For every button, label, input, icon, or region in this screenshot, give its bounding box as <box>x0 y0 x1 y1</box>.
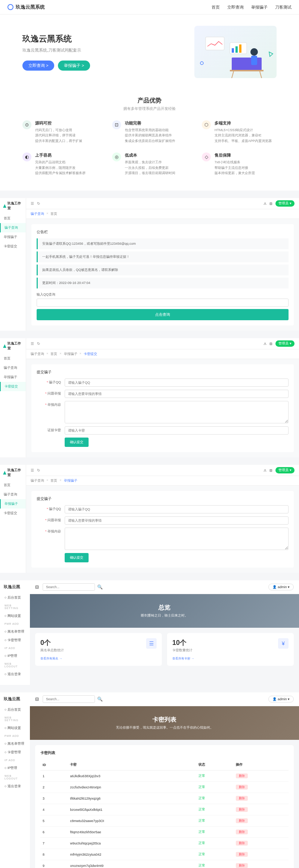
form-input[interactable] <box>65 379 289 387</box>
breadcrumb-item[interactable]: 骗子查询 <box>31 352 44 356</box>
alert-icon[interactable]: ⚠ <box>263 202 266 206</box>
report-button[interactable]: 举报骗子 > <box>58 61 90 71</box>
admin-query-section: 玖逸工作室 首页骗子查询举报骗子卡密提交 ☰↻ ⚠ ⊟ 管理员 ▾ 骗子查询×首… <box>0 198 299 331</box>
search-input[interactable] <box>43 583 95 591</box>
delete-button[interactable]: 删除 <box>236 818 248 823</box>
feature-item: ⊙源码可控代码无后门，可放心使用源代码注释详细，便于阅读提供丰富的配置入口，易于… <box>22 120 97 143</box>
sidebar-item[interactable]: ○ 黑名单管理 <box>0 739 30 748</box>
submit-button[interactable]: 确认提交 <box>65 553 89 562</box>
sidebar-item[interactable]: ○ 卡密管理 <box>0 636 30 645</box>
table-row: 5c8mwtu32sawe7yp3OI正常删除 <box>40 815 289 827</box>
form-textarea[interactable] <box>65 401 289 423</box>
card-list-section: 玖逸云黑 ○ 后台首页WEB SETTING○ 网站设置PMR ADD○ 黑名单… <box>0 692 299 868</box>
stat-icon: ¥ <box>278 638 289 649</box>
sidebar-item[interactable]: 举报骗子 <box>0 373 26 382</box>
query-button[interactable]: 立即查询 > <box>22 61 54 71</box>
query-submit-button[interactable]: 点击查询 <box>37 309 289 320</box>
table-row: 2zccfu0vdwxz46nxtpn正常删除 <box>40 782 289 793</box>
notification-icon[interactable]: ⊟ <box>269 202 272 206</box>
breadcrumb-item[interactable]: 骗子查询 <box>31 478 44 483</box>
feature-icon: ⊡ <box>112 120 121 129</box>
breadcrumb-item[interactable]: 骗子查询 <box>31 211 44 216</box>
sidebar-item[interactable]: ○ 后台首页 <box>0 705 30 714</box>
delete-button[interactable]: 删除 <box>236 841 248 846</box>
delete-button[interactable]: 删除 <box>236 807 248 812</box>
sidebar-item[interactable]: 卡密提交 <box>0 242 26 251</box>
stat-link[interactable]: 查看所有卡密 → <box>172 657 289 661</box>
form-input[interactable] <box>65 390 289 398</box>
nav-link[interactable]: 刀客测试 <box>275 4 292 10</box>
sidebar-item[interactable]: ○ IP管理 <box>0 764 30 772</box>
feature-icon: ⊙ <box>22 120 31 129</box>
sidebar-item[interactable]: 举报骗子 <box>0 232 26 242</box>
sidebar-item[interactable]: ○ 退出登录 <box>0 670 30 679</box>
sidebar-item[interactable]: 首页 <box>0 214 26 223</box>
sidebar-item[interactable]: ○ 网站设置 <box>0 724 30 732</box>
nav-link[interactable]: 举报骗子 <box>251 4 268 10</box>
refresh-icon[interactable]: ↻ <box>37 201 40 206</box>
notice-item: 更新时间：2022-09-16 20:47:04 <box>37 278 289 288</box>
breadcrumb-item[interactable]: 首页 <box>50 211 57 216</box>
breadcrumb-item[interactable]: 首页 <box>50 352 57 356</box>
svg-rect-2 <box>232 48 234 53</box>
sidebar-item[interactable]: 骗子查询 <box>0 223 26 232</box>
admin-logo: 玖逸工作室 <box>0 198 26 214</box>
sidebar-item[interactable]: 首页 <box>0 481 26 490</box>
stat-link[interactable]: 查看所有黑名 → <box>40 657 157 661</box>
refresh-icon[interactable]: ↻ <box>37 342 40 346</box>
sidebar-item[interactable]: ○ 网站设置 <box>0 612 30 620</box>
form-input[interactable] <box>65 505 289 513</box>
form-textarea[interactable] <box>65 528 289 550</box>
delete-button[interactable]: 删除 <box>236 773 248 778</box>
qq-query-input[interactable] <box>37 299 289 307</box>
user-badge[interactable]: 管理员 ▾ <box>275 200 295 207</box>
landing-section: 玖逸云黑系统 首页立即查询举报骗子刀客测试 玖逸云黑系统 玖逸云黑系统,刀客测试… <box>0 0 299 191</box>
sidebar-item[interactable]: 卡密提交 <box>0 509 26 518</box>
delete-button[interactable]: 删除 <box>236 863 248 868</box>
svg-point-9 <box>250 48 258 56</box>
search-button[interactable]: 🔍 <box>97 584 103 590</box>
sidebar-item[interactable]: ○ 卡密管理 <box>0 748 30 757</box>
submit-button[interactable]: 确认提交 <box>65 438 89 447</box>
form-input[interactable] <box>65 516 289 525</box>
menu-toggle-icon[interactable]: ☰ <box>31 342 34 346</box>
sidebar-item[interactable]: 卡密提交 <box>0 382 26 391</box>
delete-button[interactable]: 删除 <box>236 830 248 834</box>
hero-subtitle: 玖逸云黑系统,刀客测试同配套示 <box>22 47 194 53</box>
sidebar-item[interactable]: 首页 <box>0 354 26 363</box>
feature-icon: ⬡ <box>202 120 211 129</box>
delete-button[interactable]: 删除 <box>236 852 248 857</box>
sidebar-item[interactable]: 举报骗子 <box>0 499 26 509</box>
hero-illustration <box>194 26 277 78</box>
breadcrumb-item[interactable]: 举报骗子 <box>64 478 77 483</box>
sidebar-item[interactable]: ○ IP管理 <box>0 652 30 660</box>
nav-link[interactable]: 首页 <box>212 4 220 10</box>
features-subtitle: 拥有多年管理系统产品开发经验 <box>22 106 277 111</box>
breadcrumb-item[interactable]: 卡密提交 <box>84 352 97 356</box>
card-title: 公告栏 <box>37 229 289 235</box>
delete-button[interactable]: 删除 <box>236 785 248 790</box>
sidebar-item[interactable]: ○ 黑名单管理 <box>0 627 30 636</box>
sidebar-item[interactable]: ○ 后台首页 <box>0 593 30 602</box>
form-input[interactable] <box>65 426 289 435</box>
breadcrumb-item[interactable]: 首页 <box>50 478 57 483</box>
card-table: ID卡密状态操作 1a6Jkdku638Xjq1bv3正常删除2zccfu0vd… <box>40 759 289 868</box>
table-row: 6f8qmz49szkh5txr5ae正常删除 <box>40 827 289 838</box>
brand-text: 玖逸云黑系统 <box>16 4 45 10</box>
sidebar-item[interactable]: 骗子查询 <box>0 490 26 499</box>
menu-toggle-icon[interactable]: ☰ <box>31 201 34 206</box>
sidebar-item[interactable]: 骗子查询 <box>0 363 26 373</box>
feature-icon: ◐ <box>22 152 31 161</box>
feature-item: ⬡多端支持HTML5+CSS3响应式设计支持主流的现代浏览器，兼容IE支持手机、… <box>202 120 277 143</box>
nav-link[interactable]: 立即查询 <box>227 4 244 10</box>
logo-icon <box>7 4 13 10</box>
svg-rect-6 <box>230 70 263 71</box>
hero-title: 玖逸云黑系统 <box>22 33 194 44</box>
form-label: 问题举报 <box>37 390 61 396</box>
breadcrumb-item[interactable]: 举报骗子 <box>64 352 77 356</box>
menu-icon[interactable]: ⊟ <box>35 584 39 590</box>
sidebar-item[interactable]: ○ 退出登录 <box>0 782 30 791</box>
user-dropdown[interactable]: 👤 admin ▾ <box>268 584 294 590</box>
form-label: 骗子QQ <box>37 379 61 385</box>
delete-button[interactable]: 删除 <box>236 796 248 801</box>
